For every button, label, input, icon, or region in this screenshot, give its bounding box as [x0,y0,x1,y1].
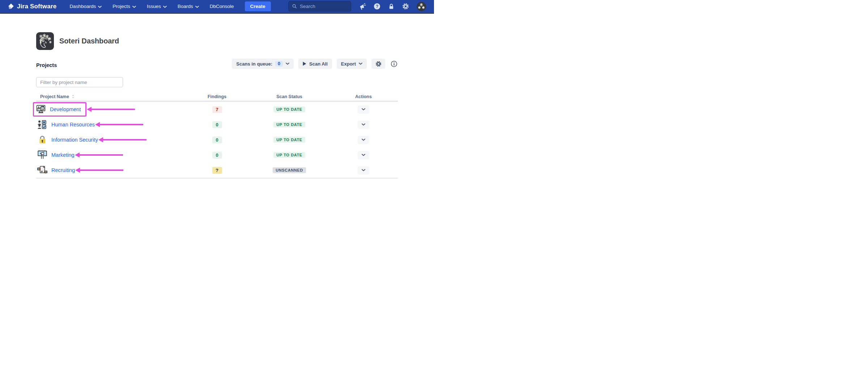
arrow-shaft [92,109,135,110]
project-link[interactable]: Marketing [51,152,75,158]
findings-badge: 7 [212,106,222,113]
chevron-down-icon [195,6,199,8]
projects-table: Project Name Findings Scan Status Action… [36,92,398,179]
chevron-down-icon [362,154,365,156]
help-icon[interactable] [374,3,380,10]
scan-all-button[interactable]: Scan All [298,59,332,69]
row-actions-button[interactable] [358,121,369,129]
row-actions-button[interactable] [358,166,369,175]
arrow-shaft [103,139,146,140]
project-link[interactable]: Human Resources [51,122,95,127]
page-header: Soteri Dashboard [36,32,398,50]
chevron-down-icon [132,6,136,8]
nav-item-issues[interactable]: Issues [147,4,167,9]
annotation-arrow [98,137,146,142]
avatar[interactable] [417,2,426,11]
project-name-cell: Recruiting [36,165,75,175]
findings-badge: ? [212,167,222,174]
chevron-down-icon [362,108,365,110]
findings-badge: 0 [212,121,222,128]
infosec-icon [37,135,47,145]
scan-status-badge: UP TO DATE [273,106,305,112]
findings-badge: 0 [212,137,222,143]
row-actions-button[interactable] [358,136,369,144]
table-row: Marketing 0 UP TO DATE [36,147,398,163]
project-name-cell: Development [33,102,86,117]
top-navbar: Jira Software Dashboards Projects Issues… [0,0,434,14]
scan-status-badge: UP TO DATE [273,152,305,158]
create-button[interactable]: Create [245,1,271,11]
jira-logo-icon [8,3,14,9]
chevron-down-icon [286,63,289,65]
arrow-shaft [80,154,123,156]
queue-count-badge: 0 [275,61,283,67]
chevron-down-icon [98,6,102,8]
annotation-arrow [95,122,143,127]
findings-badge: 0 [212,152,222,159]
toolbar: Scans in queue: 0 Scan All Export [232,59,398,69]
arrow-head [95,122,100,127]
marketing-icon [37,150,47,160]
nav-item-dbconsole[interactable]: DbConsole [210,4,234,9]
nav-item-projects[interactable]: Projects [112,4,136,9]
lock-icon[interactable] [388,3,395,10]
jira-brand[interactable]: Jira Software [8,3,56,10]
annotation-arrow [75,152,123,158]
row-actions-button[interactable] [358,105,369,114]
brand-text: Jira Software [17,3,56,10]
column-header-actions: Actions [329,94,398,99]
scan-status-badge: UP TO DATE [273,137,305,143]
hr-icon [37,119,47,130]
gear-icon [375,61,382,67]
soteri-logo-icon [36,32,54,50]
project-filter-input[interactable] [36,77,123,87]
column-header-findings: Findings [184,94,250,99]
recruiting-icon [37,165,47,175]
search-input[interactable] [300,4,343,9]
arrow-head [87,107,92,112]
scan-status-badge: UP TO DATE [273,122,305,127]
development-icon [36,104,46,114]
annotation-arrow [87,107,135,112]
play-icon [303,62,306,66]
table-body: Development 7 UP TO DATE Human Resources [36,102,398,179]
project-link[interactable]: Information Security [51,137,98,143]
column-header-project-name[interactable]: Project Name [36,94,184,99]
nav-right-group [288,1,426,12]
arrow-shaft [80,169,123,171]
arrow-head [98,137,103,142]
table-row: Information Security 0 UP TO DATE [36,132,398,147]
page: Jira Software Dashboards Projects Issues… [0,0,434,179]
table-header-row: Project Name Findings Scan Status Action… [36,92,398,102]
arrow-shaft [100,124,143,125]
project-link[interactable]: Recruiting [51,167,75,173]
export-button[interactable]: Export [337,59,367,69]
page-title: Soteri Dashboard [59,37,119,45]
table-row: Recruiting ? UNSCANNED [36,163,398,178]
project-name-cell: Marketing [36,150,75,160]
nav-menu: Dashboards Projects Issues Boards DbCons… [69,4,234,9]
gear-icon[interactable] [402,3,409,10]
info-icon[interactable] [390,59,398,69]
sort-icon [72,95,75,98]
row-actions-button[interactable] [358,151,369,159]
chevron-down-icon [359,63,362,65]
search-icon [292,4,297,9]
projects-heading: Projects [36,62,57,69]
nav-item-boards[interactable]: Boards [178,4,199,9]
chevron-down-icon [163,6,167,8]
settings-gear-button[interactable] [371,59,385,69]
nav-item-dashboards[interactable]: Dashboards [69,4,102,9]
chevron-down-icon [362,139,365,141]
scans-in-queue-button[interactable]: Scans in queue: 0 [232,59,294,69]
arrow-head [75,168,80,173]
arrow-head [75,152,80,158]
nav-search-box[interactable] [288,1,351,12]
announcement-icon[interactable] [359,3,366,10]
scan-status-badge: UNSCANNED [273,167,306,173]
table-row: Development 7 UP TO DATE [36,102,398,117]
chevron-down-icon [362,123,365,126]
column-header-scan-status: Scan Status [250,94,329,99]
project-link[interactable]: Development [50,106,81,112]
project-name-cell: Human Resources [36,119,95,130]
